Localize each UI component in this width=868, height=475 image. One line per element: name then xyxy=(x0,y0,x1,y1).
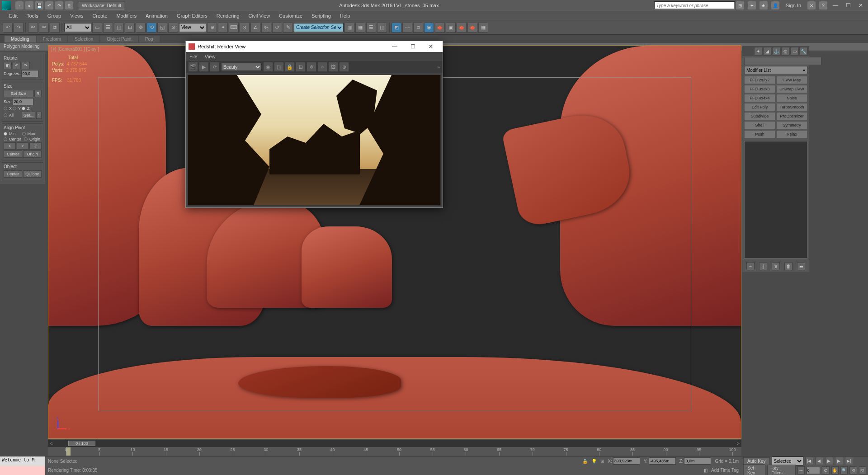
layers-button[interactable]: ☰ xyxy=(366,23,376,33)
size-all-radio[interactable] xyxy=(4,113,7,117)
keyfilters-button[interactable]: Key Filters... xyxy=(767,465,796,475)
menu-views[interactable]: Views xyxy=(70,13,83,19)
size-r-button[interactable]: R xyxy=(34,90,42,97)
modifier-btn-noise[interactable]: Noise xyxy=(776,94,807,102)
menu-help[interactable]: Help xyxy=(340,13,350,19)
modifier-list-dropdown[interactable]: Modifier List▾ xyxy=(744,66,807,74)
get-arrow-button[interactable]: ↑ xyxy=(36,112,42,119)
link-button[interactable]: ⚯ xyxy=(28,23,38,33)
menu-grapheditors[interactable]: Graph Editors xyxy=(177,13,208,19)
snap-toggle-button[interactable]: 3 xyxy=(240,23,250,33)
rotate-ccw-icon[interactable]: ↶ xyxy=(13,62,21,69)
selection-filter[interactable]: All xyxy=(64,23,91,32)
nav-pan-icon[interactable]: ✋ xyxy=(831,466,839,475)
isolate-icon[interactable]: 💡 xyxy=(591,459,597,464)
modifier-stack[interactable] xyxy=(744,141,807,259)
redo-button[interactable]: ↷ xyxy=(14,23,24,33)
edit-named-sel-button[interactable]: ✎ xyxy=(283,23,293,33)
pivot-button[interactable]: ⊕ xyxy=(207,23,217,33)
align-max-radio[interactable] xyxy=(22,132,26,136)
menu-animation[interactable]: Animation xyxy=(146,13,168,19)
align-center-button[interactable]: Center xyxy=(4,150,22,158)
cmd-utilities-icon[interactable]: 🔧 xyxy=(799,47,807,55)
select-name-button[interactable]: ☰ xyxy=(103,23,113,33)
schematic-view-button[interactable]: ⧈ xyxy=(413,23,423,33)
cmd-modify-icon[interactable]: ◢ xyxy=(763,47,771,55)
rs-clapper-icon[interactable]: 🎬 xyxy=(189,62,198,71)
selection-lock-icon[interactable]: ⊞ xyxy=(600,459,604,464)
save-icon[interactable]: 💾 xyxy=(35,1,43,9)
toggle-ribbon-button[interactable]: ◩ xyxy=(392,23,401,33)
menu-tools[interactable]: Tools xyxy=(27,13,38,19)
lock-icon[interactable]: 🔒 xyxy=(582,459,588,464)
viewport-label[interactable]: [+] [Camera001 ] [Clay ] xyxy=(51,47,99,52)
object-center-button[interactable]: Center xyxy=(4,170,22,178)
select-rotate-button[interactable]: ⟲ xyxy=(146,23,156,33)
key-mode-icon[interactable]: ⊸ xyxy=(797,466,805,475)
object-qclone-button[interactable]: QClone xyxy=(23,170,42,178)
prev-frame-icon[interactable]: ◀ xyxy=(815,457,823,465)
maxscript-output[interactable] xyxy=(0,466,45,475)
modifier-btn-prooptimizer[interactable]: ProOptimizer xyxy=(776,112,807,120)
rs-image-icon[interactable]: 🖼 xyxy=(329,62,338,71)
rs-minimize-button[interactable]: — xyxy=(386,42,404,52)
current-frame-input[interactable] xyxy=(807,467,820,474)
modifier-btn-push[interactable]: Push xyxy=(744,130,775,138)
align-origin-radio[interactable] xyxy=(24,137,28,141)
menu-rendering[interactable]: Rendering xyxy=(217,13,240,19)
percent-snap-button[interactable]: % xyxy=(261,23,271,33)
minimize-button[interactable]: — xyxy=(830,1,841,9)
angle-snap-button[interactable]: ∠ xyxy=(250,23,260,33)
unlink-button[interactable]: ⚮ xyxy=(39,23,49,33)
refcoord-dropdown[interactable]: View xyxy=(179,23,206,32)
rs-ipr-icon[interactable]: ◉ xyxy=(264,62,273,71)
cmd-display-icon[interactable]: ▭ xyxy=(790,47,798,55)
modifier-btn-subdivide[interactable]: Subdivide xyxy=(744,112,775,120)
align-origin-button[interactable]: Origin xyxy=(23,150,42,158)
size-x-radio[interactable] xyxy=(4,107,7,110)
modifier-btn-uvw-map[interactable]: UVW Map xyxy=(776,76,807,84)
menu-customize[interactable]: Customize xyxy=(279,13,302,19)
modifier-btn-shell[interactable]: Shell xyxy=(744,121,775,129)
get-button[interactable]: Get... xyxy=(22,112,35,119)
keyboard-shortcut-button[interactable]: ⌨ xyxy=(229,23,239,33)
app-logo[interactable] xyxy=(2,1,11,10)
rs-menu-file[interactable]: File xyxy=(189,54,198,59)
scene-explorer-button[interactable]: ◫ xyxy=(377,23,387,33)
nav-zoom-icon[interactable]: 🔍 xyxy=(840,466,848,475)
align-min-radio[interactable] xyxy=(4,132,7,136)
time-tag-icon[interactable]: ◧ xyxy=(703,468,708,473)
rs-add-icon[interactable]: ⊕ xyxy=(340,62,349,71)
rotate-cw-icon[interactable]: ↷ xyxy=(22,62,30,69)
undo-button[interactable]: ↶ xyxy=(3,23,13,33)
add-time-tag[interactable]: Add Time Tag xyxy=(711,468,739,473)
menu-create[interactable]: Create xyxy=(92,13,107,19)
rs-lock-icon[interactable]: 🔒 xyxy=(285,62,294,71)
coord-y-input[interactable] xyxy=(649,457,676,465)
remove-modifier-icon[interactable]: 🗑 xyxy=(784,262,793,270)
menu-modifiers[interactable]: Modifiers xyxy=(116,13,137,19)
subscription-icon[interactable]: ✦ xyxy=(748,1,756,9)
make-unique-icon[interactable]: ∀ xyxy=(772,262,780,270)
redshift-window[interactable]: Redshift Render View — ☐ ✕ File View 🎬 ▶… xyxy=(185,41,443,208)
select-place-button[interactable]: ⊙ xyxy=(168,23,178,33)
next-frame-icon[interactable]: ▶ xyxy=(835,457,843,465)
rs-close-button[interactable]: ✕ xyxy=(422,42,440,52)
maximize-button[interactable]: ☐ xyxy=(843,1,854,9)
align-x-button[interactable]: X xyxy=(4,142,16,150)
goto-end-icon[interactable]: ▶| xyxy=(845,457,853,465)
rs-render-view[interactable] xyxy=(188,75,441,206)
menu-civilview[interactable]: Civil View xyxy=(249,13,270,19)
close-button[interactable]: ✕ xyxy=(855,1,866,9)
redo-icon[interactable]: ↷ xyxy=(55,1,63,9)
menu-edit[interactable]: Edit xyxy=(9,13,18,19)
open-icon[interactable]: ▸ xyxy=(25,1,33,9)
coord-z-input[interactable] xyxy=(684,457,711,465)
rs-menu-view[interactable]: View xyxy=(205,54,216,59)
modifier-btn-ffd-3x3x3[interactable]: FFD 3x3x3 xyxy=(744,85,775,93)
nav-orbit-icon[interactable]: ⟲ xyxy=(849,466,857,475)
time-config-icon[interactable]: ⏱ xyxy=(822,466,829,475)
curve-editor-button[interactable]: 〰 xyxy=(402,23,412,33)
undo-icon[interactable]: ↶ xyxy=(45,1,53,9)
signin-link[interactable]: Sign In xyxy=(786,3,801,8)
